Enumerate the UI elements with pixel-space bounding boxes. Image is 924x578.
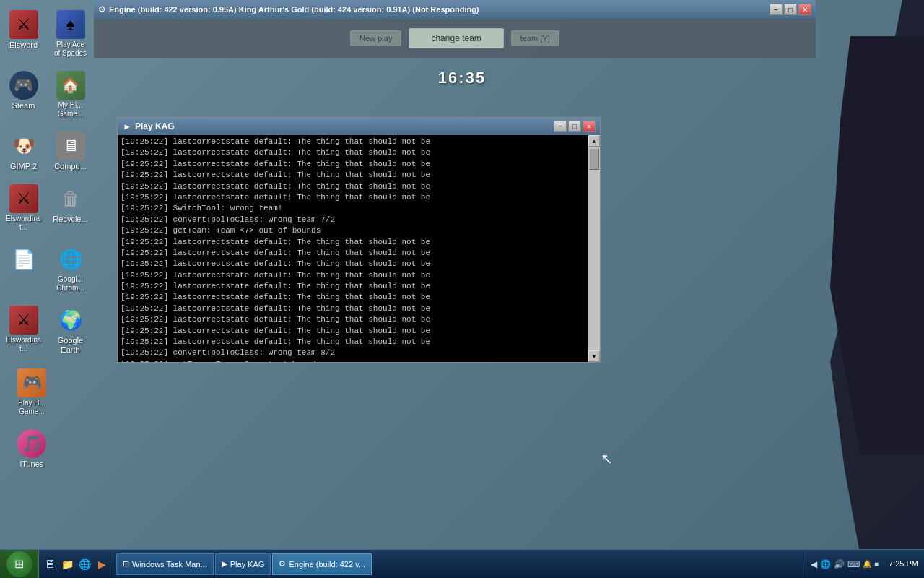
tray-battery-icon: ■ [874,560,879,568]
console-minimize-button[interactable]: − [554,121,567,132]
taskbar-clock[interactable]: 7:25 PM [883,558,924,569]
tray-security-icon: 🔔 [863,560,871,568]
clock-time: 7:25 PM [889,558,918,569]
console-controls: − □ ✕ [554,121,596,132]
engine-label: Engine (build: 422 v... [289,560,365,569]
taskbar-buttons: ⊞ Windows Task Man... ▶ Play KAG ⚙ Engin… [113,553,806,575]
desktop-icon-google-chrome[interactable]: 🌐 Googl... Chrom... [50,241,91,297]
console-scrollbar[interactable]: ▲ ▼ [588,135,600,362]
tray-chevron[interactable]: ◀ [811,559,817,569]
console-title-icon: ▶ [122,121,132,131]
computer-label: Compu... [54,162,87,171]
tray-keyboard-icon: ⌨ [847,559,860,569]
desktop-icon-document[interactable]: 📄 [3,241,44,297]
task-manager-icon: ⊞ [123,559,129,569]
right-decorative-figure [808,0,924,549]
taskbar-task-manager[interactable]: ⊞ Windows Task Man... [116,553,214,575]
play-hi-games-label: Play H... Game... [6,399,58,416]
engine-title: Engine (build: 422 version: 0.95A) King … [109,5,767,14]
desktop-icon-google-earth[interactable]: 🌍 Google Earth [50,301,91,359]
taskbar: 🖥 📁 🌐 ▶ ⊞ Windows Task Man... ▶ Play KAG… [0,549,924,578]
desktop-icons: ⚔ Elsword ♠ Play Ace of Spades 🎮 Steam 🏠… [0,0,94,549]
google-earth-icon: 🌍 [56,306,85,335]
play-kag-icon: ▶ [222,559,227,569]
gimp-label: GIMP 2 [10,162,37,171]
console-scroll-thumb[interactable] [589,148,599,170]
console-restore-button[interactable]: □ [568,121,581,132]
desktop-icon-elsword-installer[interactable]: ⚔ ElswordInst... [3,180,44,236]
ace-of-spades-label: Play Ace of Spades [53,40,88,58]
console-titlebar: ▶ Play KAG − □ ✕ [118,118,600,135]
google-chrome-label: Googl... Chrom... [53,275,88,293]
console-title: Play KAG [135,121,551,131]
console-text[interactable]: [19:25:22] lastcorrectstate default: The… [118,135,588,362]
console-scroll-up[interactable]: ▲ [588,135,600,147]
steam-label: Steam [12,101,35,111]
elsword-installer-label: ElswordInst... [6,215,41,232]
my-hi-games-label: My Hi... Game... [53,101,88,118]
document-icon: 📄 [9,245,38,274]
start-orb [6,551,32,577]
recycle-bin-icon: 🗑 [56,184,85,213]
change-team-button[interactable]: change team [409,28,503,48]
windows-explorer-button[interactable]: 📁 [59,556,75,572]
google-chrome-icon: 🌐 [56,245,85,274]
desktop-icon-gimp[interactable]: 🐶 GIMP 2 [3,127,44,176]
start-button[interactable] [0,550,39,579]
itunes-icon: 🎵 [17,429,46,458]
desktop-icon-play-hi-games[interactable]: 🎮 Play H... Game... [3,364,61,420]
task-manager-label: Windows Task Man... [132,560,207,569]
my-hi-games-icon: 🏠 [56,71,85,100]
steam-icon: 🎮 [9,71,38,100]
elsword-icon: ⚔ [9,10,38,39]
desktop-icon-elsword[interactable]: ⚔ Elsword [3,6,44,62]
desktop-icon-itunes[interactable]: 🎵 iTunes [3,425,61,473]
engine-restore-button[interactable]: □ [784,4,797,15]
quick-launch: 🖥 📁 🌐 ▶ [39,550,113,578]
desktop-icon-computer[interactable]: 🖥 Compu... [50,127,91,176]
engine-controls: − □ ✕ [770,4,811,15]
game-timer: 16:35 [438,69,486,87]
media-player-button[interactable]: ▶ [94,556,110,572]
google-earth-label: Google Earth [53,336,88,355]
tray-network-icon: 🌐 [820,559,831,569]
ace-of-spades-icon: ♠ [56,10,85,39]
computer-icon: 🖥 [56,131,85,160]
desktop-icon-recycle-bin[interactable]: 🗑 Recycle... [50,180,91,236]
team-y-button[interactable]: team [Y] [511,30,559,46]
play-hi-games-icon: 🎮 [17,368,46,397]
engine-icon: ⚙ [279,559,286,569]
desktop: ⚙ Engine (build: 422 version: 0.95A) Kin… [0,0,924,578]
recycle-bin-label: Recycle... [53,215,87,224]
svg-point-0 [870,101,920,159]
ie-button[interactable]: 🌐 [77,556,92,572]
game-topbar: New play change team team [Y] [94,19,816,58]
engine-titlebar: ⚙ Engine (build: 422 version: 0.95A) Kin… [94,0,816,19]
tray-volume-icon[interactable]: 🔊 [834,559,845,569]
desktop-icon-elsword-inst2[interactable]: ⚔ ElswordInst... [3,301,44,359]
elsword-inst2-icon: ⚔ [9,306,38,335]
taskbar-play-kag[interactable]: ▶ Play KAG [215,553,271,575]
new-play-button[interactable]: New play [350,30,401,46]
console-close-button[interactable]: ✕ [583,121,596,132]
desktop-icon-my-hi-games[interactable]: 🏠 My Hi... Game... [50,66,91,123]
mouse-cursor: ↖ [601,450,613,467]
gimp-icon: 🐶 [9,131,38,160]
system-tray: ◀ 🌐 🔊 ⌨ 🔔 ■ [806,550,883,578]
console-scroll-down[interactable]: ▼ [588,350,600,362]
itunes-label: iTunes [20,460,44,469]
engine-minimize-button[interactable]: − [770,4,783,15]
desktop-icon-steam[interactable]: 🎮 Steam [3,66,44,123]
taskbar-engine[interactable]: ⚙ Engine (build: 422 v... [272,553,372,575]
engine-close-button[interactable]: ✕ [798,4,811,15]
elsword-inst2-label: ElswordInst... [6,336,41,353]
elsword-installer-icon: ⚔ [9,184,38,213]
play-kag-label: Play KAG [230,560,265,569]
console-window: ▶ Play KAG − □ ✕ [19:25:22] lastcorrects… [117,117,601,363]
console-body: [19:25:22] lastcorrectstate default: The… [118,135,600,362]
show-desktop-button[interactable]: 🖥 [42,556,58,572]
desktop-icon-ace-of-spades[interactable]: ♠ Play Ace of Spades [50,6,91,62]
elsword-label: Elsword [9,40,38,50]
